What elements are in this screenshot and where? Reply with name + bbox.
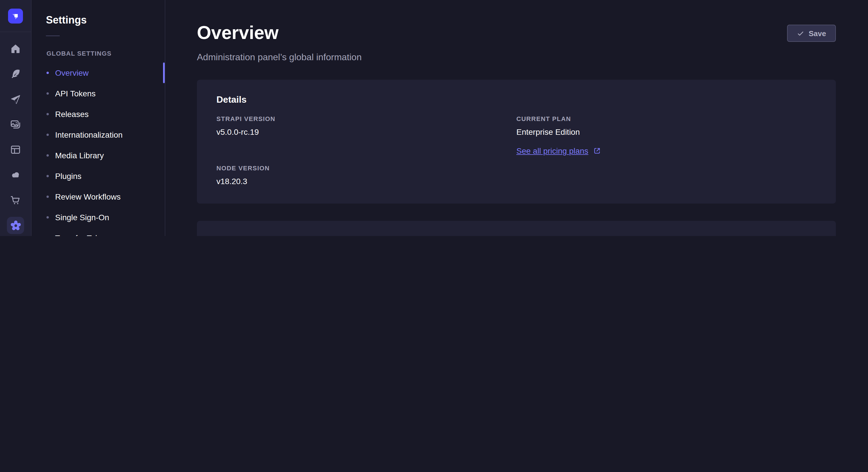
settings-subnav: Settings GLOBAL SETTINGS Overview API To… [32,0,165,236]
sidebar-item-api-tokens[interactable]: API Tokens [32,83,165,104]
pricing-plans-link[interactable]: See all pricing plans [516,146,601,156]
sidebar-item-transfer-tokens[interactable]: Transfer Tokens [32,228,165,236]
sidebar-item-releases[interactable]: Releases [32,104,165,125]
page-header: Overview Administration panel’s global i… [197,22,836,63]
bullet-icon [46,72,49,74]
external-link-icon [593,147,601,155]
section-global-settings: GLOBAL SETTINGS Overview API Tokens Rele… [32,49,165,236]
sidebar-item-media-library[interactable]: Media Library [32,145,165,166]
field-label: STRAPI VERSION [216,115,516,123]
field-value: v5.0.0-rc.19 [216,127,516,137]
nav-releases[interactable] [7,91,24,108]
nav-content-type-builder[interactable] [7,65,24,82]
main-nav-rail: KD [0,0,32,236]
media-library-icon [10,119,21,130]
feather-icon [10,68,21,80]
nav-icon-list [0,40,31,234]
current-plan-field: CURRENT PLAN Enterprise Edition [516,115,816,137]
save-button-label: Save [809,29,826,38]
sidebar-item-label: API Tokens [55,89,96,98]
sidebar-item-label: Single Sign-On [55,213,109,222]
bullet-icon [46,196,49,198]
save-button[interactable]: Save [787,25,836,42]
app-window: KD Settings GLOBAL SETTINGS Overview API… [0,0,868,236]
bullet-icon [46,113,49,115]
strapi-logo [8,8,23,23]
sidebar-item-internationalization[interactable]: Internationalization [32,125,165,145]
customization-heading: Customization [216,236,816,236]
customization-card: Customization Max dimension: 750×750, Ma… [197,221,836,236]
sidebar-item-label: Transfer Tokens [55,233,112,236]
gear-icon [9,220,22,231]
cloud-icon [10,169,21,181]
field-value: v18.20.3 [216,177,516,187]
nav-content-manager[interactable] [7,141,24,158]
sidebar-item-review-workflows[interactable]: Review Workflows [32,187,165,207]
page-title: Overview [197,22,362,43]
sidebar-item-label: Overview [55,68,89,77]
bullet-icon [46,134,49,136]
layout-icon [10,144,21,156]
details-heading: Details [216,95,816,105]
cart-icon [10,194,21,206]
sidebar-item-plugins[interactable]: Plugins [32,166,165,187]
check-icon [797,30,804,37]
sidebar-item-label: Releases [55,109,89,119]
sidebar-item-label: Media Library [55,151,104,160]
subnav-divider [46,36,60,36]
nav-settings[interactable] [7,217,24,234]
paper-plane-icon [10,94,21,105]
bullet-icon [46,92,49,95]
sidebar-item-label: Plugins [55,171,82,181]
nav-home[interactable] [7,40,24,57]
workspace-logo-wrap[interactable] [0,0,31,32]
subnav-title: Settings [46,13,165,27]
subnav-header: Settings [32,0,165,36]
node-version-field: NODE VERSION v18.20.3 [216,165,516,187]
bullet-icon [46,175,49,177]
sidebar-item-label: Internationalization [55,130,123,139]
main-content: Overview Administration panel’s global i… [165,0,868,236]
strapi-version-field: STRAPI VERSION v5.0.0-rc.19 [216,115,516,137]
sidebar-item-single-sign-on[interactable]: Single Sign-On [32,207,165,228]
home-icon [10,43,21,55]
field-label: NODE VERSION [216,165,516,172]
nav-cloud[interactable] [7,166,24,183]
bullet-icon [46,216,49,218]
field-label: CURRENT PLAN [516,115,816,123]
details-card: Details STRAPI VERSION v5.0.0-rc.19 NODE… [197,80,836,204]
sidebar-item-overview[interactable]: Overview [32,63,165,83]
pricing-link-label: See all pricing plans [516,146,588,156]
field-value: Enterprise Edition [516,127,816,137]
section-header: GLOBAL SETTINGS [32,49,165,58]
bullet-icon [46,154,49,157]
nav-marketplace[interactable] [7,192,24,209]
sidebar-item-label: Review Workflows [55,192,121,201]
page-subtitle: Administration panel’s global informatio… [197,52,362,63]
nav-media-library[interactable] [7,116,24,133]
